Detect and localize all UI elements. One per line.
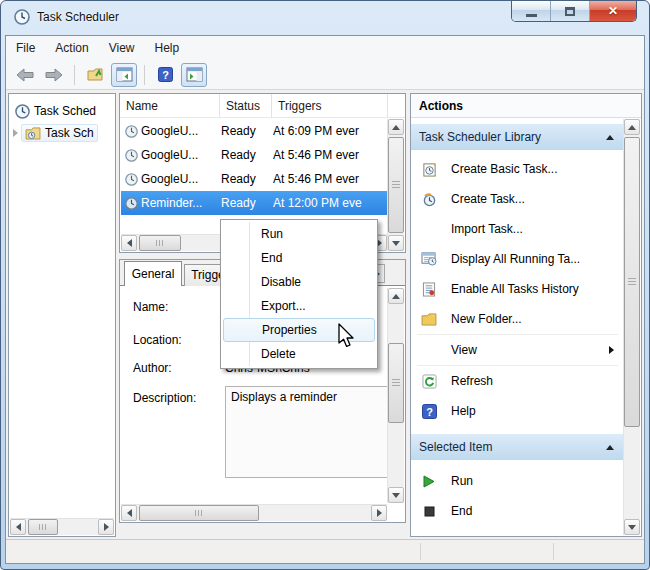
action-refresh[interactable]: Refresh — [411, 366, 624, 396]
action-help[interactable]: ? Help — [411, 396, 624, 426]
status-bar — [6, 539, 644, 563]
actions-pane: Actions Task Scheduler Library Create Ba… — [410, 93, 642, 537]
mouse-cursor — [337, 323, 356, 350]
enable-history-icon — [421, 281, 437, 297]
task-row[interactable]: GoogleU... Ready At 5:46 PM ever — [121, 143, 387, 167]
forward-icon — [45, 68, 63, 82]
task-row[interactable]: GoogleU... Ready At 6:09 PM ever — [121, 119, 387, 143]
create-task-icon — [421, 191, 437, 207]
status-divider — [420, 543, 421, 560]
scroll-thumb[interactable] — [388, 343, 404, 423]
tree-item-task-scheduler-root[interactable]: Task Sched — [9, 100, 115, 122]
expand-arrow-icon[interactable] — [13, 129, 18, 137]
action-create-basic-task[interactable]: Create Basic Task... — [411, 154, 624, 184]
maximize-button[interactable] — [551, 1, 590, 21]
field-label-author: Author: — [133, 361, 172, 375]
console-tree-pane: Task Sched Task Sch — [8, 93, 116, 537]
actions-list: Task Scheduler Library Create Basic Task… — [411, 118, 624, 536]
field-label-location: Location: — [133, 333, 182, 347]
actions-pane-title: Actions — [411, 94, 641, 118]
action-view[interactable]: View — [411, 335, 624, 365]
column-header-triggers[interactable]: Triggers — [272, 94, 388, 117]
svg-text:?: ? — [426, 405, 433, 417]
window-controls: ✕ — [511, 1, 637, 22]
action-end[interactable]: End — [411, 496, 624, 526]
scroll-left-button[interactable] — [121, 235, 137, 251]
context-menu-item-disable[interactable]: Disable — [223, 270, 375, 294]
detail-vertical-scrollbar[interactable] — [387, 288, 404, 503]
scroll-right-button[interactable] — [98, 519, 114, 535]
menu-bar: File Action View Help — [6, 36, 644, 60]
menu-view[interactable]: View — [99, 37, 145, 59]
clock-icon — [125, 149, 138, 162]
back-button[interactable] — [12, 63, 38, 87]
column-header-status[interactable]: Status — [220, 94, 272, 117]
action-run[interactable]: Run — [411, 466, 624, 496]
scroll-up-button[interactable] — [624, 119, 640, 135]
action-create-task[interactable]: Create Task... — [411, 184, 624, 214]
list-vertical-scrollbar[interactable] — [387, 119, 404, 251]
scroll-right-button[interactable] — [371, 505, 387, 521]
tree-horizontal-scrollbar[interactable] — [10, 518, 114, 535]
context-menu-item-run[interactable]: Run — [223, 222, 375, 246]
export-list-button[interactable] — [82, 63, 108, 87]
scroll-thumb[interactable] — [388, 137, 404, 233]
tab-general[interactable]: General — [124, 261, 182, 286]
context-menu-item-export[interactable]: Export... — [223, 294, 375, 318]
clock-app-icon — [14, 9, 30, 25]
scroll-down-button[interactable] — [388, 487, 404, 503]
scroll-down-button[interactable] — [624, 519, 640, 535]
menu-help[interactable]: Help — [145, 37, 190, 59]
maximize-icon — [565, 7, 575, 16]
action-enable-all-tasks-history[interactable]: Enable All Tasks History — [411, 274, 624, 304]
refresh-icon — [421, 373, 437, 389]
description-textbox[interactable]: Displays a reminder — [225, 386, 388, 478]
close-button[interactable]: ✕ — [590, 1, 636, 21]
blank-icon — [421, 342, 437, 358]
action-import-task[interactable]: Import Task... — [411, 214, 624, 244]
list-header: Name Status Triggers — [120, 94, 405, 118]
tree-item-label: Task Sch — [45, 126, 94, 140]
action-new-folder[interactable]: New Folder... — [411, 304, 624, 334]
close-icon: ✕ — [608, 4, 618, 18]
section-header-task-scheduler-library[interactable]: Task Scheduler Library — [411, 124, 624, 150]
show-console-tree-button[interactable] — [111, 63, 137, 87]
console-tree-icon — [116, 67, 133, 82]
context-menu-item-end[interactable]: End — [223, 246, 375, 270]
action-display-all-running-tasks[interactable]: Display All Running Ta... — [411, 244, 624, 274]
tree-item-label: Task Sched — [34, 104, 96, 118]
blank-icon — [421, 221, 437, 237]
column-header-name[interactable]: Name — [120, 94, 220, 117]
scroll-thumb[interactable] — [139, 235, 181, 251]
scroll-thumb[interactable] — [139, 505, 259, 521]
display-running-tasks-icon — [421, 251, 437, 267]
export-folder-icon — [87, 67, 104, 82]
task-row[interactable]: GoogleU... Ready At 5:46 PM ever — [121, 167, 387, 191]
help-button[interactable]: ? — [152, 63, 178, 87]
menu-action[interactable]: Action — [45, 37, 98, 59]
scroll-thumb[interactable] — [28, 519, 58, 535]
submenu-arrow-icon — [609, 346, 614, 354]
new-folder-icon — [421, 311, 437, 327]
forward-button[interactable] — [41, 63, 67, 87]
menu-file[interactable]: File — [6, 37, 45, 59]
collapse-icon[interactable] — [606, 135, 614, 140]
scroll-left-button[interactable] — [10, 519, 26, 535]
section-header-selected-item[interactable]: Selected Item — [411, 434, 624, 460]
collapse-icon[interactable] — [606, 445, 614, 450]
scroll-up-button[interactable] — [388, 288, 404, 304]
tree-item-task-scheduler-library[interactable]: Task Sch — [9, 122, 115, 144]
scroll-thumb[interactable] — [624, 137, 640, 427]
end-icon — [421, 503, 437, 519]
task-row-selected[interactable]: Reminder... Ready At 12:00 PM eve — [121, 191, 387, 215]
clock-icon — [125, 197, 138, 210]
scroll-up-button[interactable] — [388, 119, 404, 135]
title-bar[interactable]: Task Scheduler ✕ — [1, 1, 649, 35]
minimize-button[interactable] — [512, 1, 551, 21]
show-action-pane-button[interactable] — [181, 63, 207, 87]
scroll-down-button[interactable] — [388, 235, 404, 251]
actions-vertical-scrollbar[interactable] — [623, 119, 640, 535]
status-divider — [553, 543, 554, 560]
scroll-left-button[interactable] — [121, 505, 137, 521]
detail-horizontal-scrollbar[interactable] — [121, 504, 387, 521]
